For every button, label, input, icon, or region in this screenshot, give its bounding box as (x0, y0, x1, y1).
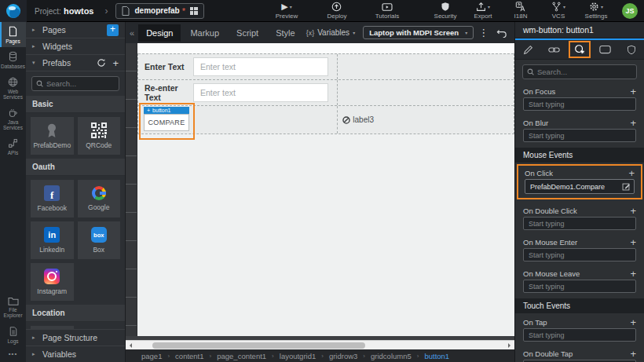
on-focus-input[interactable] (523, 97, 636, 111)
compare-button[interactable]: COMPARE (144, 114, 189, 131)
panel-section-variables[interactable]: ▸ Variables (26, 346, 125, 362)
page-tab-demoprefab[interactable]: demoprefab * (115, 3, 204, 19)
grid-row-2[interactable]: Re-enter Text (138, 79, 514, 105)
events-search-input[interactable] (537, 68, 632, 76)
panel-section-page-structure[interactable]: ▸ Page Structure (26, 329, 125, 346)
grid-row-1[interactable]: Enter Text (138, 53, 514, 79)
edit-on-click-button[interactable] (622, 182, 631, 191)
event-on-mouse-enter: On Mouse Enter+ (523, 236, 636, 261)
deploy-button[interactable]: Deploy (322, 2, 352, 20)
undo-button[interactable] (493, 28, 510, 38)
tutorials-button[interactable]: Tutorials (372, 2, 402, 20)
tab-mobile[interactable] (592, 40, 618, 59)
add-page-button[interactable]: + (107, 24, 119, 36)
rail-item-apis[interactable]: APIs (0, 134, 26, 159)
tab-properties[interactable] (515, 40, 541, 59)
edit-pencil-box-icon (622, 182, 631, 191)
add-on-mouse-enter-button[interactable]: + (630, 237, 636, 247)
on-mouse-leave-input[interactable] (523, 280, 636, 293)
add-on-mouse-leave-button[interactable]: + (630, 269, 636, 279)
export-button[interactable]: ▾ Export (468, 2, 498, 20)
horizontal-scrollbar[interactable] (126, 340, 514, 349)
add-on-focus-button[interactable]: + (630, 86, 636, 97)
on-double-click-input[interactable] (523, 217, 636, 230)
git-branch-icon (551, 2, 562, 12)
crumb-layoutgrid1[interactable]: layoutgrid1 (280, 352, 316, 360)
rail-item-pages[interactable]: Pages (0, 22, 26, 47)
text-field-1[interactable] (193, 57, 328, 76)
grid-row-3[interactable]: + button1 COMPARE label3 (138, 105, 514, 133)
crumb-page1[interactable]: page1 (141, 352, 162, 360)
tab-styles[interactable] (541, 40, 567, 59)
prefab-tile-google[interactable]: Google (78, 180, 121, 218)
tab-security[interactable] (618, 40, 644, 59)
main-area: Pages Databases Web Services Java Servic… (0, 22, 644, 362)
canvas-column: « Design Markup Script Style {x} Variabl… (126, 22, 514, 362)
refresh-icon[interactable] (97, 58, 106, 68)
layout-grid: Enter Text Re-enter Text (137, 53, 514, 134)
rail-item-databases[interactable]: Databases (0, 47, 26, 72)
tab-style[interactable]: Style (268, 24, 302, 42)
crumb-gridrow3[interactable]: gridrow3 (329, 352, 357, 360)
add-on-double-tap-button[interactable]: + (630, 349, 636, 359)
add-on-blur-button[interactable]: + (630, 118, 636, 128)
selected-button-widget[interactable]: + button1 COMPARE (144, 107, 189, 131)
panel-section-widgets[interactable]: ▸ Widgets (26, 38, 125, 55)
expanded-triangle-icon: ▾ (32, 60, 38, 66)
user-avatar[interactable]: JS (622, 3, 638, 19)
device-selector[interactable]: Laptop with MDPI Screen ▾ (363, 26, 474, 39)
scrollbar-thumb[interactable] (152, 342, 365, 349)
tab-events[interactable] (567, 40, 593, 59)
events-list: On Focus+ On Blur+ Mouse Events On Click… (515, 82, 644, 362)
prefab-tile-box[interactable]: box Box (78, 221, 121, 259)
tab-design[interactable]: Design (138, 24, 181, 42)
text-field-2[interactable] (193, 83, 328, 102)
prefab-tile-prefabdemo[interactable]: PrefabDemo (31, 117, 74, 155)
on-mouse-enter-input[interactable] (523, 248, 636, 261)
prefab-tile-linkedin[interactable]: in LinkedIn (31, 221, 74, 259)
tab-script[interactable]: Script (229, 24, 266, 42)
variables-dropdown[interactable]: {x} Variables ▾ (306, 28, 355, 37)
crumb-button1[interactable]: button1 (424, 352, 449, 360)
add-on-double-click-button[interactable]: + (630, 206, 636, 216)
panel-section-prefabs[interactable]: ▾ Prefabs + (26, 55, 125, 71)
collapse-panel-button[interactable]: « (127, 28, 137, 38)
scroll-left-arrow[interactable] (127, 343, 132, 348)
preview-button[interactable]: ▶▾ Preview (272, 2, 302, 20)
prefab-tile-qrcode[interactable]: QRCode (78, 117, 121, 155)
canvas-page[interactable]: Enter Text Re-enter Text (137, 43, 514, 336)
rail-item-logs[interactable]: Logs (0, 322, 26, 347)
add-on-click-button[interactable]: + (628, 168, 635, 178)
coffee-cup-icon (8, 108, 18, 118)
vcs-button[interactable]: ▾ VCS (543, 2, 573, 20)
prefab-tile-facebook[interactable]: f Facebook (31, 180, 74, 218)
scroll-right-arrow[interactable] (508, 343, 513, 348)
security-button[interactable]: Security (430, 2, 460, 20)
crumb-page-content1[interactable]: page_content1 (217, 352, 266, 360)
i18n-button[interactable]: I18N (506, 2, 536, 20)
rail-item-file-explorer[interactable]: File Explorer (0, 292, 26, 322)
project-label: Project: (35, 7, 61, 16)
settings-button[interactable]: ▾ Settings (581, 2, 611, 20)
label3-widget[interactable]: label3 (342, 115, 374, 124)
add-on-tap-button[interactable]: + (630, 317, 636, 327)
app-logo[interactable] (0, 0, 27, 22)
selection-tag[interactable]: + button1 (144, 107, 189, 114)
translate-icon (515, 2, 526, 12)
on-tap-input[interactable] (523, 328, 636, 342)
panel-section-pages[interactable]: ▸ Pages + (26, 22, 125, 38)
on-click-input[interactable] (530, 183, 619, 191)
on-blur-input[interactable] (523, 129, 636, 142)
prefab-search (31, 76, 119, 91)
tab-markup[interactable]: Markup (182, 24, 227, 42)
rail-item-web-services[interactable]: Web Services (0, 73, 26, 104)
add-prefab-button[interactable]: + (112, 58, 119, 68)
dashboard-grid-icon[interactable] (190, 7, 198, 15)
prefab-search-input[interactable] (46, 79, 115, 88)
prefab-tile-instagram[interactable]: Instagram (31, 263, 74, 301)
crumb-content1[interactable]: content1 (175, 352, 203, 360)
rail-item-java-services[interactable]: Java Services (0, 104, 26, 134)
rail-more-button[interactable]: ••• (0, 347, 26, 362)
canvas-options-button[interactable]: ⋮ (475, 27, 492, 38)
crumb-gridcolumn5[interactable]: gridcolumn5 (371, 352, 412, 360)
